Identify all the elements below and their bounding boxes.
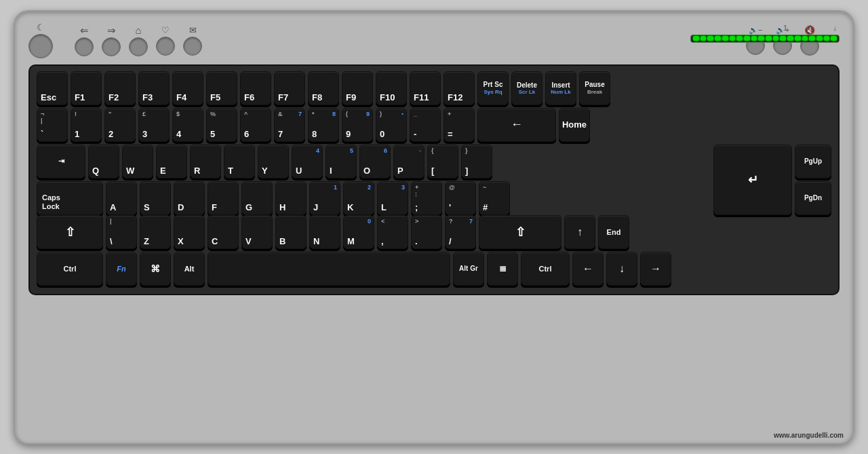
caps-lock-label: A	[808, 24, 812, 32]
key-4[interactable]: $ 4	[172, 108, 203, 142]
key-g[interactable]: G	[241, 181, 273, 215]
key-comma[interactable]: < ,	[377, 215, 408, 249]
home-button[interactable]: ⌂	[129, 25, 148, 56]
key-home[interactable]: Home	[559, 108, 590, 142]
zxcv-row: ⇧ | \ Z X C V B N 0 M < , > .	[37, 215, 831, 249]
key-m[interactable]: 0 M	[343, 215, 374, 249]
key-backtick[interactable]: ¬| `	[37, 108, 68, 142]
key-r[interactable]: R	[190, 145, 221, 178]
key-hash[interactable]: ~ #	[479, 181, 510, 215]
key-backslash[interactable]: | \	[106, 215, 137, 249]
key-k[interactable]: 2 K	[343, 181, 374, 215]
key-f10[interactable]: F10	[376, 71, 407, 105]
key-super[interactable]: ⌘	[140, 252, 171, 286]
key-6[interactable]: ^ 6	[240, 108, 271, 142]
key-minus[interactable]: _ -	[410, 108, 441, 142]
key-a[interactable]: A	[106, 181, 137, 215]
key-down[interactable]: ↓	[606, 252, 637, 286]
key-backspace[interactable]: ←	[477, 108, 556, 142]
key-pgdn[interactable]: PgDn	[795, 181, 831, 215]
asdf-row: CapsLock A S D F G H 1 J 2 K	[37, 181, 711, 215]
mail-button[interactable]: ✉	[183, 26, 202, 56]
key-lshift[interactable]: ⇧	[37, 215, 103, 249]
key-t[interactable]: T	[224, 145, 255, 178]
key-f2[interactable]: F2	[104, 71, 136, 105]
key-h[interactable]: H	[275, 181, 307, 215]
key-f8[interactable]: F8	[308, 71, 339, 105]
key-z[interactable]: Z	[140, 215, 171, 249]
favorites-button[interactable]: ♡	[156, 26, 175, 56]
key-f5[interactable]: F5	[206, 71, 237, 105]
key-d[interactable]: D	[174, 181, 205, 215]
media-bar: ☾ ⇐ ⇒ ⌂ ♡ ✉ 🔈−	[28, 24, 840, 58]
key-f9[interactable]: F9	[342, 71, 373, 105]
key-fn[interactable]: Fn	[106, 252, 137, 286]
key-f7[interactable]: F7	[274, 71, 305, 105]
forward-button[interactable]: ⇒	[102, 25, 121, 56]
key-lalt[interactable]: Alt	[174, 252, 205, 286]
key-q[interactable]: Q	[88, 145, 119, 178]
key-delete[interactable]: Delete Scr Lk	[511, 71, 542, 105]
key-esc[interactable]: Esc	[37, 71, 68, 105]
key-u[interactable]: 4 U	[292, 145, 323, 178]
key-pause[interactable]: Pause Break	[579, 71, 610, 105]
key-insert[interactable]: Insert Num Lk	[545, 71, 576, 105]
key-period[interactable]: > .	[411, 215, 442, 249]
key-semicolon[interactable]: +: ;	[411, 181, 442, 215]
key-v[interactable]: V	[241, 215, 273, 249]
key-left[interactable]: ←	[572, 252, 604, 286]
key-p[interactable]: - P	[393, 145, 425, 178]
qwerty-row: ⇥ Q W E R T Y 4 U 5 I	[37, 145, 711, 178]
key-7[interactable]: & 7 7	[274, 108, 305, 142]
key-space[interactable]	[208, 252, 450, 286]
key-o[interactable]: 6 O	[359, 145, 391, 178]
key-capslock[interactable]: CapsLock	[37, 181, 103, 215]
key-9[interactable]: ( 9 9	[342, 108, 373, 142]
key-rshift[interactable]: ⇧	[479, 215, 561, 249]
key-rbracket[interactable]: } ]	[461, 145, 492, 178]
key-1[interactable]: ! 1	[71, 108, 102, 142]
key-up[interactable]: ↑	[564, 215, 595, 249]
key-3[interactable]: £ 3	[138, 108, 170, 142]
key-pgup[interactable]: PgUp	[795, 145, 831, 178]
key-b[interactable]: B	[275, 215, 307, 249]
key-right[interactable]: →	[640, 252, 671, 286]
key-f1[interactable]: F1	[71, 71, 102, 105]
sleep-button[interactable]: ☾	[28, 23, 53, 58]
key-lctrl[interactable]: Ctrl	[37, 252, 103, 286]
key-f3[interactable]: F3	[138, 71, 170, 105]
key-f6[interactable]: F6	[240, 71, 271, 105]
key-f[interactable]: F	[208, 181, 239, 215]
key-l[interactable]: 3 L	[377, 181, 408, 215]
key-i[interactable]: 5 I	[326, 145, 357, 178]
back-button[interactable]: ⇐	[75, 25, 94, 56]
key-slash[interactable]: ? 7 /	[445, 215, 476, 249]
key-s[interactable]: S	[140, 181, 171, 215]
key-j[interactable]: 1 J	[309, 181, 340, 215]
key-enter[interactable]: ↵	[713, 145, 792, 215]
key-quote[interactable]: @ '	[445, 181, 476, 215]
key-e[interactable]: E	[156, 145, 187, 178]
key-0[interactable]: ) • 0	[376, 108, 407, 142]
key-lbracket[interactable]: { [	[427, 145, 458, 178]
key-menu[interactable]: ≣	[487, 252, 518, 286]
key-altgr[interactable]: Alt Gr	[453, 252, 484, 286]
key-x[interactable]: X	[174, 215, 205, 249]
key-prtsc[interactable]: Prt Sc Sys Rq	[477, 71, 509, 105]
key-f11[interactable]: F11	[410, 71, 441, 105]
key-end[interactable]: End	[598, 215, 629, 249]
key-n[interactable]: N	[309, 215, 340, 249]
key-5[interactable]: % 5	[206, 108, 237, 142]
key-rctrl[interactable]: Ctrl	[521, 252, 570, 286]
key-8[interactable]: * 8 8	[308, 108, 339, 142]
key-c[interactable]: C	[208, 215, 239, 249]
key-w[interactable]: W	[122, 145, 153, 178]
key-2[interactable]: " 2	[104, 108, 136, 142]
key-equals[interactable]: + =	[443, 108, 475, 142]
key-tab[interactable]: ⇥	[37, 145, 85, 178]
key-f4[interactable]: F4	[172, 71, 203, 105]
key-y[interactable]: Y	[258, 145, 289, 178]
key-f12[interactable]: F12	[443, 71, 475, 105]
keys-area: Esc F1 F2 F3 F4 F5 F6 F7 F8 F9 F10 F11 F…	[28, 64, 840, 295]
forward-icon: ⇒	[107, 25, 116, 35]
